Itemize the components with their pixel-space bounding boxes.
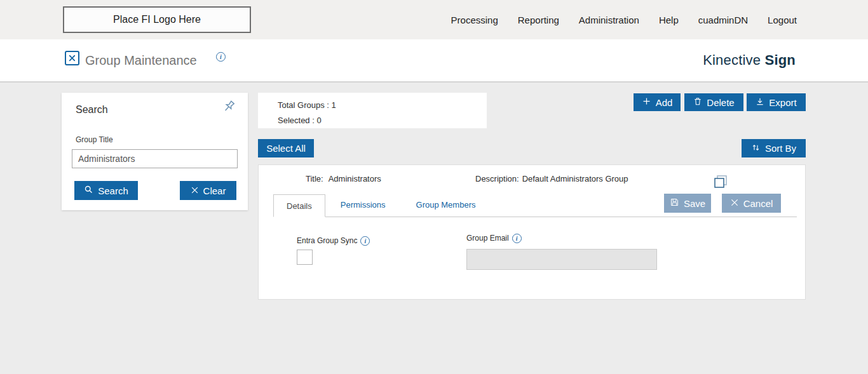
brand-second: Sign bbox=[765, 52, 796, 68]
floppy-save-icon bbox=[670, 197, 679, 209]
export-button-label: Export bbox=[769, 97, 796, 108]
fi-logo-text: Place FI Logo Here bbox=[113, 14, 201, 25]
nav-item-help[interactable]: Help bbox=[659, 15, 679, 25]
search-button-label: Search bbox=[98, 185, 128, 196]
main-content: Search Group Title Search bbox=[0, 83, 868, 374]
clear-button[interactable]: Clear bbox=[180, 181, 236, 200]
total-groups-text: Total Groups : 1 bbox=[278, 98, 487, 113]
group-description-row: Description: Default Administrators Grou… bbox=[475, 174, 628, 184]
nav-item-reporting[interactable]: Reporting bbox=[518, 15, 559, 25]
trash-icon bbox=[693, 97, 702, 108]
tab-permissions[interactable]: Permissions bbox=[325, 194, 401, 217]
add-button[interactable]: Add bbox=[634, 93, 681, 111]
plus-icon bbox=[642, 97, 651, 108]
app-screen: Place FI Logo Here Processing Reporting … bbox=[0, 0, 868, 374]
select-checkbox-icon[interactable] bbox=[713, 174, 728, 189]
info-icon[interactable] bbox=[360, 236, 370, 246]
select-all-label: Select All bbox=[266, 143, 306, 154]
group-card: Title: Administrators Description: Defau… bbox=[258, 164, 806, 300]
sort-by-label: Sort By bbox=[765, 143, 796, 154]
group-title-label: Group Title bbox=[76, 135, 113, 144]
entra-group-sync-checkbox[interactable] bbox=[297, 250, 313, 265]
brand-logo: Kinective Sign bbox=[703, 52, 796, 69]
delete-button-label: Delete bbox=[707, 97, 734, 108]
cancel-x-icon bbox=[730, 198, 739, 209]
entra-group-sync-text: Entra Group Sync bbox=[297, 236, 357, 245]
group-title-input[interactable] bbox=[72, 149, 238, 168]
group-tabs: Details Permissions Group Members bbox=[273, 194, 797, 217]
group-email-text: Group Email bbox=[466, 234, 509, 243]
add-button-label: Add bbox=[656, 97, 673, 108]
download-icon bbox=[756, 97, 764, 108]
page-title: Group Maintenance bbox=[85, 53, 197, 68]
group-email-input[interactable] bbox=[466, 249, 657, 270]
entra-group-sync-label: Entra Group Sync bbox=[297, 236, 370, 246]
search-panel-title: Search bbox=[76, 104, 108, 116]
group-card-description-label: Description: bbox=[475, 174, 519, 184]
search-panel: Search Group Title Search bbox=[62, 93, 248, 210]
group-card-description-value: Default Administrators Group bbox=[522, 174, 628, 184]
page-header: Group Maintenance Kinective Sign bbox=[0, 39, 868, 83]
cancel-button[interactable]: Cancel bbox=[722, 194, 781, 213]
select-all-button[interactable]: Select All bbox=[258, 139, 314, 157]
nav-item-processing[interactable]: Processing bbox=[451, 15, 498, 25]
group-card-title-label: Title: bbox=[306, 174, 323, 184]
save-button-label: Save bbox=[684, 198, 705, 209]
tab-details[interactable]: Details bbox=[273, 194, 325, 217]
info-icon[interactable] bbox=[512, 234, 522, 243]
clear-button-label: Clear bbox=[203, 185, 226, 196]
pin-icon[interactable] bbox=[218, 96, 240, 117]
maintenance-icon bbox=[65, 51, 79, 65]
brand-first: Kinective bbox=[703, 52, 761, 68]
search-button[interactable]: Search bbox=[74, 181, 138, 200]
main-nav: Processing Reporting Administration Help… bbox=[451, 0, 797, 39]
sort-by-button[interactable]: Sort By bbox=[742, 139, 806, 157]
sort-arrows-icon bbox=[751, 143, 761, 154]
nav-item-username[interactable]: cuadminDN bbox=[698, 15, 748, 25]
fi-logo-placeholder: Place FI Logo Here bbox=[63, 6, 251, 33]
nav-item-administration[interactable]: Administration bbox=[579, 15, 639, 25]
save-button[interactable]: Save bbox=[664, 194, 711, 213]
group-email-label: Group Email bbox=[466, 234, 522, 243]
group-title-row: Title: Administrators bbox=[306, 174, 381, 184]
top-bar: Place FI Logo Here Processing Reporting … bbox=[0, 0, 868, 39]
search-icon bbox=[84, 185, 93, 196]
summary-box: Total Groups : 1 Selected : 0 bbox=[258, 93, 487, 128]
tab-group-members[interactable]: Group Members bbox=[401, 194, 491, 217]
nav-item-logout[interactable]: Logout bbox=[768, 15, 797, 25]
cancel-button-label: Cancel bbox=[743, 198, 773, 209]
delete-button[interactable]: Delete bbox=[684, 93, 743, 111]
group-card-title-value: Administrators bbox=[329, 174, 381, 184]
export-button[interactable]: Export bbox=[747, 93, 806, 111]
selected-count-text: Selected : 0 bbox=[278, 113, 487, 128]
clear-x-icon bbox=[191, 185, 199, 196]
info-icon[interactable] bbox=[216, 52, 226, 62]
